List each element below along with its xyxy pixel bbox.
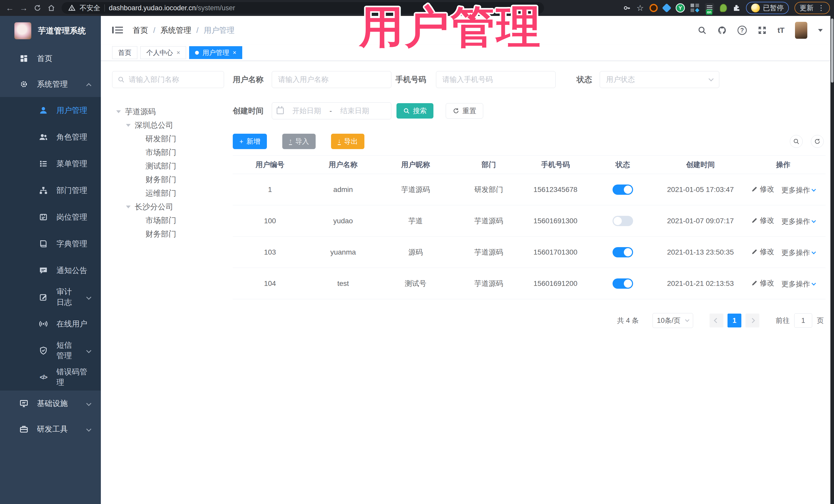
tab-profile[interactable]: 个人中心 × (140, 46, 186, 59)
extension-frog-icon[interactable] (720, 4, 727, 12)
more-actions-link[interactable]: 更多操作 (782, 279, 815, 289)
help-icon[interactable] (738, 26, 747, 35)
tree-node[interactable]: 深圳总公司 (112, 118, 224, 132)
status-toggle[interactable] (613, 184, 633, 195)
tree-node[interactable]: 测试部门 (112, 159, 224, 173)
search-icon[interactable] (698, 26, 707, 35)
sidebar-item-label: 字典管理 (57, 239, 87, 249)
tab-user-management[interactable]: 用户管理 × (189, 46, 242, 59)
main-header: 首页 系统管理 用户管理 (101, 16, 834, 45)
close-icon[interactable]: × (233, 49, 236, 56)
mobile-input[interactable] (436, 71, 555, 88)
address-bar[interactable]: 不安全 dashboard.yudao.iocoder.cn/system/us… (62, 2, 544, 14)
sidebar-item-dev-tools[interactable]: 研发工具 (0, 416, 101, 442)
app-logo-row[interactable]: 芋道管理系统 (0, 16, 101, 46)
status-select[interactable]: 用户状态 (600, 71, 719, 88)
menu-kebab-icon[interactable]: ⋮ (817, 4, 825, 12)
sidebar-item-audit-log[interactable]: 审计日志 (0, 284, 101, 310)
github-icon[interactable] (718, 26, 727, 35)
sidebar-toggle-icon[interactable] (112, 26, 123, 35)
profile-paused-chip[interactable]: 已暂停 (746, 2, 789, 14)
fullscreen-icon[interactable] (758, 26, 767, 35)
export-button[interactable]: ↓ 导出 (331, 134, 365, 149)
reload-icon[interactable] (32, 2, 43, 14)
caret-down-icon[interactable] (116, 110, 121, 113)
dept-search-input[interactable] (129, 75, 219, 84)
edit-link[interactable]: 修改 (751, 216, 774, 225)
username-input[interactable] (272, 71, 391, 88)
date-end-input[interactable] (335, 107, 374, 115)
forward-icon[interactable]: → (18, 2, 29, 14)
home-icon[interactable] (46, 2, 57, 14)
tree-node[interactable]: 运维部门 (112, 187, 224, 200)
date-range-picker[interactable]: - (272, 103, 391, 119)
edit-link[interactable]: 修改 (751, 278, 774, 288)
user-avatar[interactable] (795, 22, 807, 39)
security-label[interactable]: 不安全 (80, 3, 100, 13)
sidebar-item-home[interactable]: 首页 (0, 46, 101, 71)
prev-page-button[interactable] (709, 313, 723, 327)
extension-gem-icon[interactable] (662, 3, 672, 13)
status-toggle[interactable] (613, 247, 633, 257)
tree-node[interactable]: 财务部门 (112, 173, 224, 187)
sidebar-item-online-users[interactable]: 在线用户 (0, 310, 101, 337)
add-button[interactable]: + 新增 (233, 134, 267, 149)
page-size-select[interactable]: 10条/页 (653, 313, 693, 328)
tab-home[interactable]: 首页 (112, 46, 137, 59)
sidebar-item-label: 用户管理 (57, 105, 87, 116)
more-actions-link[interactable]: 更多操作 (782, 248, 815, 258)
breadcrumb-system[interactable]: 系统管理 (160, 25, 191, 36)
goto-page-input[interactable] (794, 313, 812, 328)
sidebar-item-dept-management[interactable]: 部门管理 (0, 177, 101, 204)
date-start-input[interactable] (287, 107, 326, 115)
refresh-button[interactable] (811, 135, 824, 148)
sidebar-item-announcement[interactable]: 通知公告 (0, 257, 101, 284)
status-toggle[interactable] (613, 279, 633, 289)
key-icon[interactable] (623, 4, 631, 12)
paused-badge: 已暂停 (763, 3, 784, 13)
search-button[interactable]: 搜索 (396, 103, 434, 118)
font-size-icon[interactable] (777, 26, 784, 35)
reset-button[interactable]: 重置 (446, 103, 483, 118)
next-page-button[interactable] (745, 313, 759, 327)
tree-node[interactable]: 研发部门 (112, 132, 224, 146)
sidebar-item-dict-management[interactable]: 字典管理 (0, 231, 101, 257)
tree-node[interactable]: 芋道源码 (112, 105, 224, 118)
user-list-panel: 用户名称 手机号码 状态 用户状态 创建时间 (233, 71, 824, 504)
extension-orange-icon[interactable] (650, 4, 658, 12)
caret-down-icon[interactable] (126, 124, 131, 127)
bookmark-star-icon[interactable]: ☆ (636, 4, 644, 12)
sidebar-item-infrastructure[interactable]: 基础设施 (0, 391, 101, 416)
close-icon[interactable]: × (177, 49, 180, 56)
extension-list-icon[interactable]: on (705, 3, 714, 13)
breadcrumb-home[interactable]: 首页 (133, 25, 148, 36)
update-button[interactable]: 更新 ⋮ (794, 2, 830, 14)
hide-search-button[interactable] (790, 135, 803, 148)
extensions-puzzle-icon[interactable] (733, 4, 740, 12)
back-icon[interactable]: ← (4, 2, 15, 14)
sidebar-item-error-code[interactable]: </> 错误码管理 (0, 364, 101, 391)
edit-link[interactable]: 修改 (751, 247, 774, 257)
scrollbar-thumb[interactable] (831, 19, 833, 83)
current-page[interactable]: 1 (727, 313, 741, 327)
caret-down-icon[interactable] (126, 205, 131, 209)
sidebar-item-user-management[interactable]: 用户管理 (0, 97, 101, 124)
edit-link[interactable]: 修改 (751, 184, 774, 194)
extension-green-icon[interactable] (676, 3, 685, 13)
sidebar-item-system[interactable]: 系统管理 (0, 71, 101, 97)
sidebar-item-sms-management[interactable]: 短信管理 (0, 337, 101, 364)
scrollbar[interactable] (830, 16, 834, 504)
tree-node[interactable]: 长沙分公司 (112, 200, 224, 214)
avatar-caret-icon[interactable] (818, 29, 823, 32)
tree-node[interactable]: 财务部门 (112, 227, 224, 241)
more-actions-link[interactable]: 更多操作 (782, 185, 815, 195)
sidebar-item-role-management[interactable]: 角色管理 (0, 124, 101, 150)
status-toggle[interactable] (613, 216, 633, 226)
tree-node[interactable]: 市场部门 (112, 214, 224, 227)
tree-node[interactable]: 市场部门 (112, 146, 224, 159)
more-actions-link[interactable]: 更多操作 (782, 217, 815, 226)
extension-grid-icon[interactable] (690, 4, 699, 12)
sidebar-item-post-management[interactable]: 岗位管理 (0, 204, 101, 231)
sidebar-item-menu-management[interactable]: 菜单管理 (0, 150, 101, 177)
import-button[interactable]: ↑ 导入 (282, 134, 316, 149)
